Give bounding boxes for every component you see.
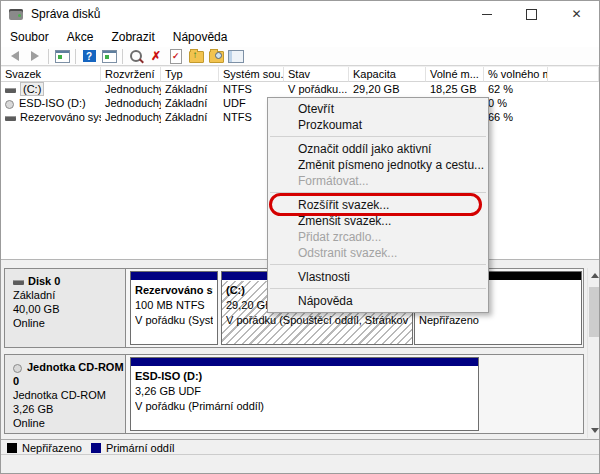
table-row-c[interactable]: (C:) Jednoduchý Základní NTFS V pořádku.… [1, 82, 599, 96]
menu-item-vlastnosti[interactable]: Vlastnosti [268, 269, 488, 285]
col-kapacita[interactable]: Kapacita [349, 67, 426, 82]
disk-icon [13, 280, 24, 285]
col-pct-volneho[interactable]: % volného m... [484, 67, 548, 82]
cdrom0-type: Jednotka CD-ROM [13, 388, 125, 402]
col-empty [548, 67, 599, 82]
status-divider [1, 454, 599, 455]
menu-item-prozkoumat[interactable]: Prozkoumat [268, 117, 488, 133]
cdrom0-size: 3,26 GB [13, 402, 125, 416]
volume-name-cell: Rezervováno systé... [1, 110, 101, 124]
menu-item-oznacit-aktivni[interactable]: Označit oddíl jako aktivní [268, 141, 488, 157]
col-rozvrzeni[interactable]: Rozvržení [101, 67, 161, 82]
volume-name[interactable]: Rezervováno systé... [20, 111, 101, 123]
cd-icon [5, 100, 14, 109]
cdrom0-status: Online [13, 416, 125, 430]
col-typ[interactable]: Typ [161, 67, 219, 82]
toolbar-separator [48, 49, 49, 64]
menu-item-napoveda[interactable]: Nápověda [268, 293, 488, 309]
menu-item-odstranit-svazek: Odstranit svazek... [268, 245, 488, 261]
volume-name[interactable]: ESD-ISO (D:) [19, 97, 86, 109]
close-icon: ✕ [571, 8, 581, 20]
forward-icon[interactable] [26, 48, 44, 64]
disk-icon [5, 88, 16, 93]
menu-napoveda[interactable]: Nápověda [164, 28, 237, 46]
col-stav[interactable]: Stav [284, 67, 349, 82]
menu-item-zmensit-svazek[interactable]: Zmenšit svazek... [268, 213, 488, 229]
menu-item-rozsirit-svazek[interactable]: Rozšířit svazek... [268, 197, 488, 213]
partition-esd-iso[interactable]: ESD-ISO (D:) 3,26 GB UDF V pořádku (Prim… [130, 357, 479, 431]
properties-icon[interactable] [227, 48, 245, 64]
close-button[interactable]: ✕ [554, 1, 599, 27]
minimize-icon [482, 14, 492, 15]
menu-separator [270, 288, 486, 289]
title-bar: Správa disků ✕ [1, 1, 599, 27]
menu-item-pridat-zrcadlo: Přidat zrcadlo... [268, 229, 488, 245]
console-tree-icon[interactable] [53, 48, 71, 64]
scroll-down-icon[interactable] [588, 423, 600, 438]
toolbar: ? ✗ [1, 47, 599, 66]
scroll-up-icon[interactable] [588, 268, 600, 283]
volume-name[interactable]: (C:) [20, 82, 44, 96]
cdrom0-row: Jednotka CD-ROM 0 Jednotka CD-ROM 3,26 G… [4, 354, 584, 434]
menu-item-otevrit[interactable]: Otevřít [268, 101, 488, 117]
menu-item-zmenit-pismeno[interactable]: Změnit písmeno jednotky a cestu... [268, 157, 488, 173]
free-cell: 18,25 GB [426, 82, 484, 96]
menu-bar: Soubor Akce Zobrazit Nápověda [1, 27, 599, 47]
explore-icon[interactable] [207, 48, 225, 64]
vertical-scrollbar[interactable] [587, 268, 600, 438]
layout-cell: Jednoduchý [101, 96, 161, 110]
toolbar-separator [75, 49, 76, 64]
volume-name-cell: ESD-ISO (D:) [1, 96, 101, 110]
disk0-name: Disk 0 [28, 275, 60, 287]
disk0-header[interactable]: Disk 0 Základní 40,00 GB Online [5, 269, 126, 347]
status-cell: V pořádku... [284, 82, 349, 96]
type-cell: Základní [161, 96, 219, 110]
cdrom0-header[interactable]: Jednotka CD-ROM 0 Jednotka CD-ROM 3,26 G… [5, 355, 126, 433]
context-menu: Otevřít Prozkoumat Označit oddíl jako ak… [267, 97, 489, 313]
toolbar-separator [122, 49, 123, 64]
action-pane-icon[interactable] [100, 48, 118, 64]
pct-free-cell: 66 % [484, 110, 548, 124]
menu-separator [270, 136, 486, 137]
layout-cell: Jednoduchý [101, 82, 161, 96]
disk-management-window: Správa disků ✕ Soubor Akce Zobrazit Nápo… [0, 0, 600, 474]
back-icon[interactable] [6, 48, 24, 64]
menu-zobrazit[interactable]: Zobrazit [102, 28, 163, 46]
disk0-status: Online [13, 316, 125, 330]
primary-partition-band [131, 272, 217, 281]
primary-partition-band [131, 358, 478, 367]
rescan-icon[interactable] [127, 48, 145, 64]
fs-cell: NTFS [219, 82, 284, 96]
disk0-size: 40,00 GB [13, 302, 125, 316]
capacity-cell: 29,20 GB [349, 82, 426, 96]
col-svazek[interactable]: Svazek [1, 67, 101, 82]
menu-item-formatovat: Formátovat... [268, 173, 488, 189]
col-volne-misto[interactable]: Volné m... [426, 67, 484, 82]
legend-unallocated-swatch [7, 443, 17, 453]
volume-list-header: Svazek Rozvržení Typ Systém sou... Stav … [1, 67, 599, 82]
pct-free-cell: 0 % [484, 96, 548, 110]
layout-cell: Jednoduchý [101, 110, 161, 124]
partition-system-reserved[interactable]: Rezervováno sys 100 MB NTFS V pořádku (S… [130, 271, 218, 345]
menu-separator [270, 192, 486, 193]
scrollbar-thumb[interactable] [589, 287, 600, 337]
cdrom0-name: Jednotka CD-ROM 0 [13, 361, 124, 387]
disk0-type: Základní [13, 288, 125, 302]
col-system-souboru[interactable]: Systém sou... [219, 67, 284, 82]
type-cell: Základní [161, 110, 219, 124]
check-disk-icon[interactable] [167, 48, 185, 64]
legend-bar: Nepřiřazeno Primární oddíl [1, 439, 599, 455]
folder-up-icon[interactable] [187, 48, 205, 64]
help-icon[interactable]: ? [80, 48, 98, 64]
menu-akce[interactable]: Akce [58, 28, 103, 46]
type-cell: Základní [161, 82, 219, 96]
minimize-button[interactable] [464, 1, 509, 27]
menu-soubor[interactable]: Soubor [1, 28, 58, 46]
delete-volume-icon[interactable]: ✗ [147, 48, 165, 64]
menu-separator [270, 264, 486, 265]
legend-primary-swatch [91, 443, 101, 453]
pct-free-cell: 62 % [484, 82, 548, 96]
maximize-button[interactable] [509, 1, 554, 27]
app-icon [9, 9, 23, 20]
window-title: Správa disků [31, 7, 100, 21]
